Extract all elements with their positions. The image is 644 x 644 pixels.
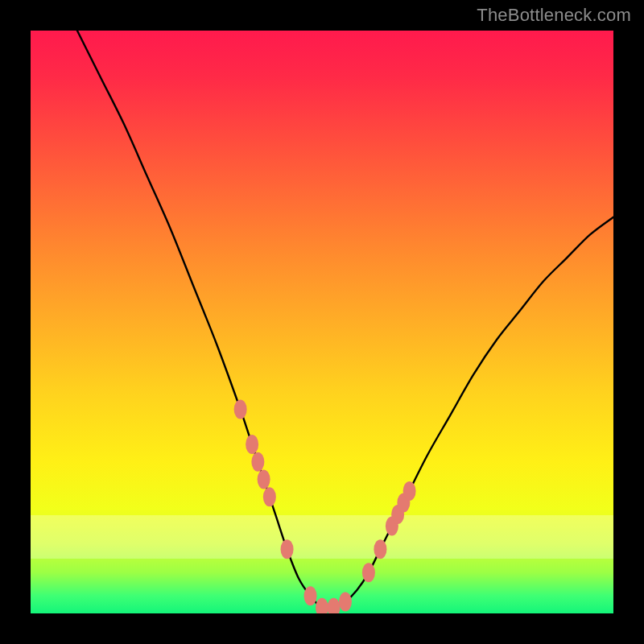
marker-dot [316,598,328,613]
marker-dot [251,452,264,472]
marker-dot [234,400,247,419]
plot-area [31,31,613,613]
marker-dot [246,435,258,454]
marker-dot [339,592,352,612]
marker-dot [362,563,375,582]
marker-dot [304,586,317,605]
watermark-text: TheBottleneck.com [477,5,631,26]
marker-dot [258,469,270,489]
marker-dot [263,487,276,506]
marker-dot [327,598,340,613]
marker-dot [281,539,294,559]
marker-dot [403,481,416,501]
marker-dot [374,539,386,559]
marker-dots [234,400,416,613]
curve-layer [31,31,613,613]
chart-frame: TheBottleneck.com [0,0,644,644]
bottleneck-curve [77,31,613,609]
